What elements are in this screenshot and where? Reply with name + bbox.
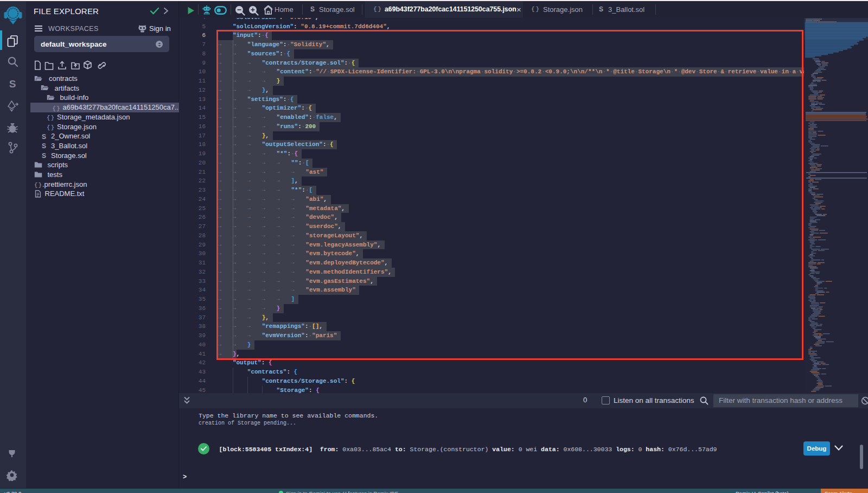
svg-text:S: S	[9, 78, 16, 90]
